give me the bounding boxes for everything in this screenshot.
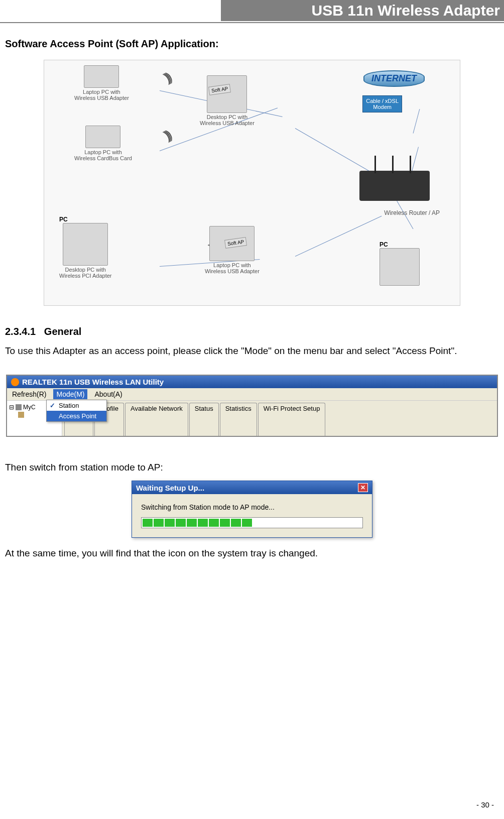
progress-bar (141, 517, 363, 528)
waiting-dialog: Waiting Setup Up... ✕ Switching from Sta… (132, 481, 372, 538)
menubar: Refresh(R) Mode(M) About(A) (7, 388, 497, 401)
menu-refresh[interactable]: Refresh(R) (9, 389, 49, 399)
dialog-titlebar: Waiting Setup Up... ✕ (132, 481, 372, 494)
paragraph-3: At the same time, you will find that the… (5, 548, 499, 559)
menu-about[interactable]: About(A) (91, 389, 125, 399)
pc2-label: PC (380, 241, 420, 248)
tab-wps[interactable]: Wi-Fi Protect Setup (258, 403, 326, 436)
pc-label: PC (59, 216, 112, 223)
router-icon (359, 171, 430, 201)
check-icon: ✓ (50, 402, 55, 409)
page-number: - 30 - (476, 800, 494, 809)
app-titlebar: REALTEK 11n USB Wireless LAN Utility (7, 376, 497, 388)
utility-screenshot: REALTEK 11n USB Wireless LAN Utility Ref… (6, 375, 498, 437)
modem-badge: Cable / xDSL Modem (362, 95, 402, 112)
header-title: USB 11n Wireless Adapter (221, 0, 504, 21)
paragraph-2: Then switch from station mode to AP: (5, 462, 499, 473)
subsection-heading: 2.3.4.1 General (5, 326, 499, 337)
dialog-message: Switching from Station mode to AP mode..… (141, 503, 363, 511)
tabs-row: eneral Profile Available Network Status … (62, 401, 497, 436)
adapter-icon (18, 412, 24, 418)
network-diagram: ))) ))) ))) ))) Laptop PC with Wireless … (44, 60, 460, 306)
diagram-desktop2-label: Desktop PC with Wireless PCI Adapter (59, 267, 112, 279)
header-divider (0, 22, 504, 23)
dropdown-station[interactable]: ✓ Station (47, 400, 106, 411)
diagram-laptop2-label: Laptop PC with Wireless CardBus Card (74, 149, 132, 161)
menu-mode[interactable]: Mode(M) (53, 389, 87, 399)
diagram-laptop3-label: Laptop PC with Wireless USB Adapter (205, 262, 260, 274)
tab-available-network[interactable]: Available Network (125, 403, 188, 436)
computer-icon (16, 404, 22, 410)
app-icon (11, 378, 19, 386)
paragraph-1: To use this Adapter as an access point, … (5, 342, 499, 360)
internet-badge: INTERNET (363, 70, 425, 87)
router-label: Wireless Router / AP (384, 209, 440, 216)
tab-status[interactable]: Status (189, 403, 219, 436)
mode-dropdown: ✓ Station Access Point (46, 400, 107, 422)
diagram-desktop1-label: Desktop PC with Wireless USB Adapter (200, 114, 255, 126)
section-title: Software Access Point (Soft AP) Applicat… (5, 38, 499, 50)
tab-statistics[interactable]: Statistics (220, 403, 257, 436)
diagram-laptop1-label: Laptop PC with Wireless USB Adapter (74, 89, 129, 101)
dropdown-access-point[interactable]: Access Point (47, 411, 106, 421)
close-button[interactable]: ✕ (358, 483, 368, 492)
